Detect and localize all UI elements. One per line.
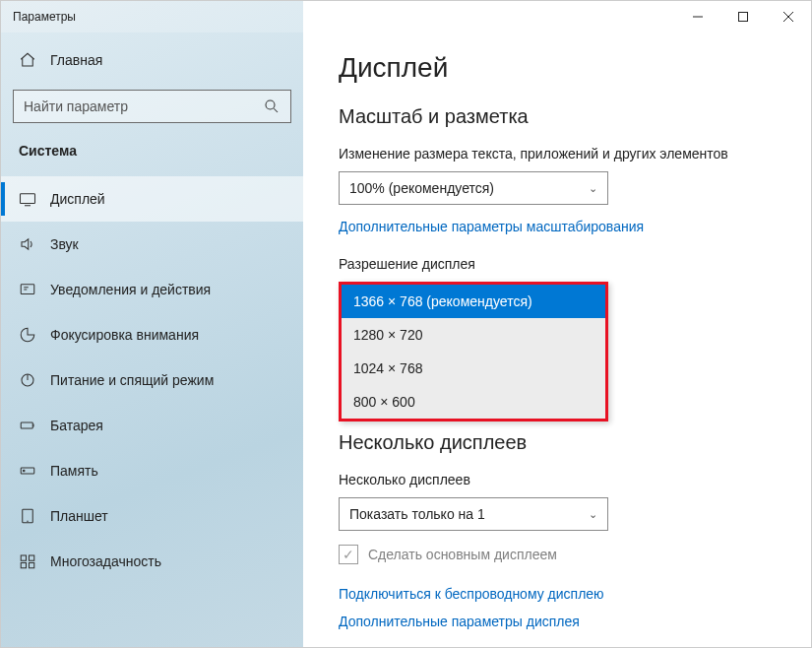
scale-label: Изменение размера текста, приложений и д… [339,146,781,162]
maximize-button[interactable] [720,1,766,32]
battery-icon [19,417,36,434]
focus-icon [19,326,36,344]
sidebar-item-battery[interactable]: Батарея [1,403,303,448]
wireless-display-link[interactable]: Подключиться к беспроводному дисплею [339,586,781,602]
svg-rect-10 [30,555,34,560]
sidebar-item-multitasking[interactable]: Многозадачность [1,539,303,584]
power-icon [19,371,36,389]
advanced-display-link[interactable]: Дополнительные параметры дисплея [339,614,781,629]
home-label: Главная [50,52,102,68]
minimize-button[interactable] [675,1,720,32]
search-input[interactable]: Найти параметр [13,90,291,123]
make-primary-checkbox: ✓ Сделать основным дисплеем [339,545,781,564]
resolution-option[interactable]: 1280 × 720 [342,318,605,352]
sidebar-item-label: Многозадачность [50,553,161,569]
close-button[interactable] [766,1,811,32]
sidebar-item-storage[interactable]: Память [1,448,303,493]
svg-rect-5 [21,422,32,428]
svg-rect-11 [21,563,26,568]
section-scale-title: Масштаб и разметка [339,105,781,128]
svg-rect-0 [739,13,748,22]
checkbox-icon: ✓ [339,545,358,564]
resolution-option[interactable]: 1024 × 768 [342,352,605,385]
window-title: Параметры [13,10,76,24]
notification-icon [19,281,36,298]
sidebar-item-focus[interactable]: Фокусировка внимания [1,312,303,357]
tablet-icon [19,507,36,525]
page-title: Дисплей [339,52,781,84]
sidebar-item-label: Батарея [50,418,103,433]
sidebar-section-title: Система [1,143,303,159]
sidebar-item-label: Звук [50,236,79,252]
sidebar-item-label: Фокусировка внимания [50,327,199,343]
sidebar-item-label: Планшет [50,508,108,524]
chevron-down-icon: ⌄ [589,182,597,195]
svg-rect-8 [23,509,33,523]
storage-icon [19,462,36,480]
svg-rect-3 [21,285,34,294]
advanced-scaling-link[interactable]: Дополнительные параметры масштабирования [339,219,781,234]
home-nav[interactable]: Главная [1,40,303,80]
resolution-option[interactable]: 800 × 600 [342,385,605,419]
multi-display-dropdown[interactable]: Показать только на 1 ⌄ [339,497,608,531]
home-icon [19,51,36,69]
multi-display-value: Показать только на 1 [349,506,485,522]
make-primary-label: Сделать основным дисплеем [368,547,557,562]
sidebar-item-power[interactable]: Питание и спящий режим [1,357,303,403]
sidebar-item-notifications[interactable]: Уведомления и действия [1,267,303,312]
resolution-label: Разрешение дисплея [339,256,781,272]
resolution-option[interactable]: 1366 × 768 (рекомендуется) [342,285,605,318]
sound-icon [19,235,36,253]
multi-display-label: Несколько дисплеев [339,472,781,487]
svg-rect-9 [21,555,26,560]
sidebar-item-label: Питание и спящий режим [50,372,214,388]
chevron-down-icon: ⌄ [589,508,597,521]
sidebar-item-label: Уведомления и действия [50,282,211,297]
scale-dropdown[interactable]: 100% (рекомендуется) ⌄ [339,171,608,205]
search-placeholder: Найти параметр [24,98,128,114]
section-multi-title: Несколько дисплеев [339,431,781,454]
scale-value: 100% (рекомендуется) [349,180,494,196]
search-icon [263,97,281,115]
svg-point-1 [266,100,275,109]
display-icon [19,190,36,208]
sidebar-item-label: Дисплей [50,191,105,207]
svg-rect-2 [21,194,35,204]
resolution-dropdown-open[interactable]: 1366 × 768 (рекомендуется) 1280 × 720 10… [339,282,608,421]
svg-rect-12 [30,563,34,568]
svg-point-7 [24,470,26,472]
multitasking-icon [19,552,36,570]
sidebar-item-sound[interactable]: Звук [1,222,303,267]
sidebar-item-display[interactable]: Дисплей [1,176,303,222]
sidebar-item-label: Память [50,463,98,479]
sidebar-item-tablet[interactable]: Планшет [1,493,303,539]
